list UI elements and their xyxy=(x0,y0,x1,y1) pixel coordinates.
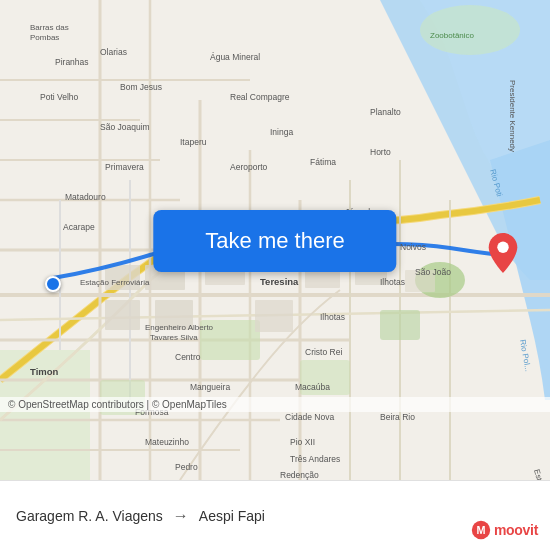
svg-text:Centro: Centro xyxy=(175,352,201,362)
svg-text:Engenheiro Alberto: Engenheiro Alberto xyxy=(145,323,214,332)
svg-text:Pio XII: Pio XII xyxy=(290,437,315,447)
map-attribution: © OpenStreetMap contributors | © OpenMap… xyxy=(0,397,550,412)
svg-text:Cidade Nova: Cidade Nova xyxy=(285,412,334,422)
svg-text:Teresina: Teresina xyxy=(260,276,299,287)
route-from: Garagem R. A. Viagens xyxy=(16,508,163,524)
bottom-bar: Garagem R. A. Viagens → Aespi Fapi M moo… xyxy=(0,480,550,550)
svg-text:Horto: Horto xyxy=(370,147,391,157)
svg-text:Ilhotas: Ilhotas xyxy=(380,277,405,287)
route-to: Aespi Fapi xyxy=(199,508,265,524)
svg-text:Pombas: Pombas xyxy=(30,33,59,42)
svg-rect-31 xyxy=(255,300,293,332)
svg-text:Três Andares: Três Andares xyxy=(290,454,340,464)
svg-text:Zoobotânico: Zoobotânico xyxy=(430,31,475,40)
svg-text:Real Compagre: Real Compagre xyxy=(230,92,290,102)
svg-text:Ininga: Ininga xyxy=(270,127,293,137)
origin-marker xyxy=(45,276,61,292)
svg-text:Pedro: Pedro xyxy=(175,462,198,472)
svg-text:Timon: Timon xyxy=(30,366,59,377)
svg-rect-28 xyxy=(105,300,140,330)
svg-text:Olarias: Olarias xyxy=(100,47,127,57)
svg-text:Ilhotas: Ilhotas xyxy=(320,312,345,322)
moovit-logo-text: moovit xyxy=(494,522,538,538)
svg-text:Tavares Silva: Tavares Silva xyxy=(150,333,198,342)
svg-text:Barras das: Barras das xyxy=(30,23,69,32)
svg-text:Bom Jesus: Bom Jesus xyxy=(120,82,162,92)
map-container: Barras das Pombas Piranhas Olarias Poti … xyxy=(0,0,550,480)
svg-point-83 xyxy=(497,242,508,253)
svg-text:Redenção: Redenção xyxy=(280,470,319,480)
svg-text:M: M xyxy=(476,524,485,536)
route-arrow-icon: → xyxy=(173,507,189,525)
moovit-icon: M xyxy=(471,520,491,540)
svg-text:Presidente Kennedy: Presidente Kennedy xyxy=(508,80,517,152)
svg-text:Água Mineral: Água Mineral xyxy=(210,52,260,62)
take-me-there-button[interactable]: Take me there xyxy=(153,210,396,272)
svg-text:Noivos: Noivos xyxy=(400,242,426,252)
svg-text:Cristo Rei: Cristo Rei xyxy=(305,347,342,357)
svg-text:Beira Rio: Beira Rio xyxy=(380,412,415,422)
svg-text:Piranhas: Piranhas xyxy=(55,57,89,67)
svg-text:Acarape: Acarape xyxy=(63,222,95,232)
svg-text:Primavera: Primavera xyxy=(105,162,144,172)
svg-text:Planalto: Planalto xyxy=(370,107,401,117)
svg-text:São Joaquim: São Joaquim xyxy=(100,122,150,132)
svg-text:Poti Velho: Poti Velho xyxy=(40,92,79,102)
destination-marker xyxy=(488,233,518,277)
svg-text:Estação Ferroviária: Estação Ferroviária xyxy=(80,278,150,287)
moovit-logo: M moovit xyxy=(471,520,538,540)
svg-text:Itaperu: Itaperu xyxy=(180,137,207,147)
svg-text:Matadouro: Matadouro xyxy=(65,192,106,202)
svg-text:Aeroporto: Aeroporto xyxy=(230,162,268,172)
svg-text:Mateuzinho: Mateuzinho xyxy=(145,437,189,447)
svg-point-1 xyxy=(420,5,520,55)
svg-text:São João: São João xyxy=(415,267,451,277)
svg-rect-23 xyxy=(380,310,420,340)
svg-text:Fátima: Fátima xyxy=(310,157,336,167)
svg-text:Mangueira: Mangueira xyxy=(190,382,230,392)
svg-text:Macaúba: Macaúba xyxy=(295,382,330,392)
